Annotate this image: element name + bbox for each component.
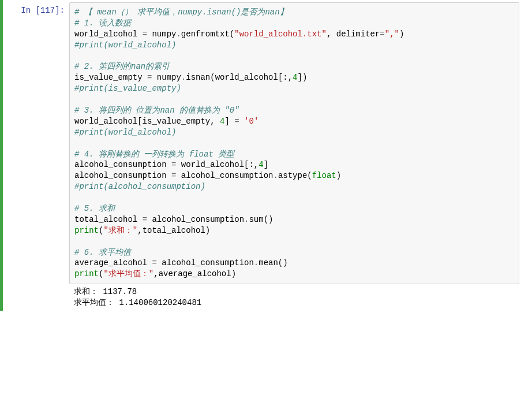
code-token: # 1. 读入数据 (74, 18, 131, 28)
code-token: '0' (244, 117, 258, 126)
code-token: mean() (258, 258, 287, 267)
code-token: float (312, 171, 336, 180)
code-token: sum() (249, 215, 273, 224)
code-token: alcohol_consumption (74, 160, 171, 169)
code-token: ]) (298, 73, 308, 82)
code-token: "求和：" (103, 226, 137, 235)
code-token: astype( (278, 171, 312, 180)
code-token: #print(alcohol_consumption) (74, 182, 205, 191)
code-token: numpy (152, 73, 181, 82)
code-token: ] (264, 160, 268, 169)
output-prompt (3, 284, 69, 288)
code-input[interactable]: # 【 mean（） 求平均值，numpy.isnan()是否为nan】 # 1… (69, 2, 519, 284)
output-line: 求和： 1137.78 (74, 287, 137, 296)
code-token: = (234, 117, 239, 126)
code-token: . (176, 29, 181, 39)
input-prompt: In [117]: (3, 2, 69, 15)
code-token: print (74, 269, 99, 278)
code-token: world_alcohol[:, (176, 160, 258, 169)
code-token: 4 (258, 160, 263, 169)
input-row: In [117]: # 【 mean（） 求平均值，numpy.isnan()是… (3, 2, 532, 284)
code-token: print (74, 226, 99, 235)
code-token: total_alcohol (74, 215, 143, 224)
code-token: #print(world_alcohol) (74, 128, 176, 137)
code-token: average_alcohol (74, 258, 152, 267)
code-token: #print(world_alcohol) (74, 40, 176, 50)
code-token: # 4. 将刚替换的 一列转换为 float 类型 (74, 150, 234, 159)
code-token: ,total_alcohol) (137, 226, 210, 235)
code-token: alcohol_consumption (147, 215, 244, 224)
code-token: is_value_empty (74, 73, 147, 82)
code-token: world_alcohol[is_value_empty, (74, 117, 220, 126)
code-token: , delimiter (327, 29, 380, 39)
code-token: "求平均值：" (103, 269, 153, 278)
output-line: 求平均值： 1.140060120240481 (74, 298, 201, 307)
code-token: alcohol_consumption (157, 258, 254, 267)
code-token: # 6. 求平均值 (74, 248, 131, 257)
prompt-prefix: In [ (21, 6, 40, 15)
code-token (239, 117, 244, 126)
code-token: world_alcohol (74, 29, 143, 39)
code-token: # 2. 第四列的nan的索引 (74, 62, 170, 71)
code-token: "," (385, 29, 399, 39)
code-token: = (143, 29, 147, 39)
code-token: = (143, 215, 147, 224)
code-token: = (152, 258, 156, 267)
code-token: #print(is_value_empty) (74, 84, 181, 93)
prompt-suffix: ]: (55, 6, 65, 15)
stdout-output: 求和： 1137.78 求平均值： 1.140060120240481 (69, 284, 519, 308)
code-token: . (181, 73, 186, 82)
code-token: alcohol_consumption (74, 171, 171, 180)
code-token: genfromtxt( (181, 29, 234, 39)
exec-count: 117 (40, 6, 55, 15)
code-token: . (273, 171, 278, 180)
code-token: . (254, 258, 258, 267)
code-token: # 3. 将四列的 位置为nan 的值替换为 "0" (74, 106, 239, 115)
code-token: numpy (147, 29, 176, 39)
code-token: isnan(world_alcohol[:, (186, 73, 293, 82)
code-token: ) (336, 171, 341, 180)
code-token: ,average_alcohol) (153, 269, 236, 278)
code-token: = (380, 29, 384, 39)
code-token: ] (224, 117, 234, 126)
code-token: 4 (293, 73, 297, 82)
output-row: 求和： 1137.78 求平均值： 1.140060120240481 (3, 284, 532, 308)
code-token: alcohol_consumption (176, 171, 273, 180)
code-token: # 【 mean（） 求平均值，numpy.isnan()是否为nan】 (74, 8, 288, 17)
code-token: # 5. 求和 (74, 204, 115, 213)
code-token: "world_alcohol.txt" (234, 29, 327, 39)
notebook-cell: In [117]: # 【 mean（） 求平均值，numpy.isnan()是… (0, 0, 532, 311)
code-token: ) (399, 29, 404, 39)
